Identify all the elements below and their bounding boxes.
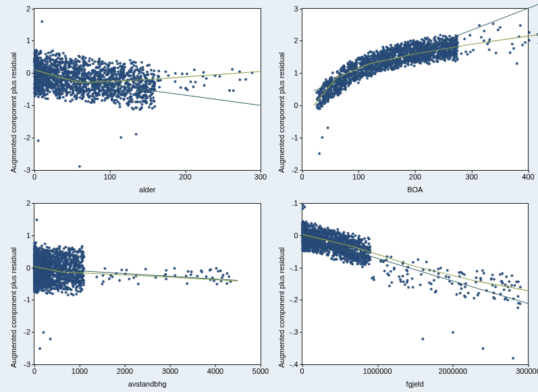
svg-point-4745 [77,251,80,254]
svg-point-4878 [50,277,53,280]
svg-point-3364 [486,43,489,45]
svg-point-1538 [53,72,56,75]
svg-point-6128 [358,254,361,256]
svg-point-6208 [305,250,308,252]
svg-point-3361 [519,24,522,27]
svg-point-6327 [367,257,369,260]
svg-point-291 [89,95,92,98]
svg-point-99 [117,71,119,74]
svg-point-6341 [502,288,505,291]
svg-point-3040 [322,88,325,90]
svg-point-4913 [43,254,45,257]
svg-point-2950 [393,48,396,51]
svg-point-4120 [71,248,74,250]
svg-point-73 [34,95,36,98]
svg-point-1292 [138,86,141,89]
svg-point-4589 [65,258,68,260]
svg-point-6447 [390,281,393,283]
svg-point-4453 [45,291,48,294]
svg-point-4865 [82,283,85,286]
svg-point-3154 [375,68,377,71]
svg-point-3055 [344,69,347,72]
svg-point-1508 [34,53,37,56]
svg-point-1291 [136,101,139,103]
svg-point-2259 [331,72,334,74]
svg-point-3283 [392,68,395,71]
svg-point-6195 [326,227,329,229]
svg-point-2489 [323,103,326,105]
svg-point-1090 [55,60,58,63]
svg-point-470 [138,72,140,75]
svg-point-6312 [302,229,305,232]
svg-point-5875 [367,242,370,245]
svg-point-3226 [333,89,336,92]
svg-point-4906 [33,285,36,287]
svg-point-4890 [63,277,66,279]
svg-point-2549 [353,80,356,82]
svg-point-1311 [65,88,68,91]
svg-point-4930 [81,277,84,280]
svg-point-3898 [56,247,59,250]
svg-point-1515 [34,59,37,61]
xtick: 100 [103,170,115,181]
svg-point-6240 [306,231,309,233]
svg-point-1414 [72,67,74,69]
svg-point-4928 [67,293,70,296]
svg-point-5018 [215,267,218,269]
svg-point-5007 [102,274,105,277]
svg-point-3277 [428,38,431,41]
svg-point-2301 [367,75,369,78]
svg-point-1592 [98,66,101,69]
svg-point-1600 [174,72,177,75]
svg-point-3045 [456,57,458,59]
ylabel: Augmented component plus residual [277,52,286,173]
svg-point-3216 [438,55,441,58]
svg-point-6333 [463,273,466,276]
svg-point-3323 [421,54,423,57]
svg-point-6345 [466,291,469,294]
svg-point-6417 [505,275,508,278]
svg-point-3429 [41,244,43,247]
svg-point-4513 [54,264,57,267]
svg-point-6393 [455,293,458,296]
xtick: 200 [179,170,191,181]
svg-point-1546 [145,77,148,80]
svg-point-1413 [63,88,65,91]
svg-point-4884 [34,279,36,282]
svg-point-1535 [89,79,92,82]
svg-point-5015 [165,269,167,271]
svg-point-6423 [450,282,453,285]
svg-point-4835 [40,272,43,275]
svg-point-6207 [304,225,307,228]
svg-point-1454 [72,88,75,91]
svg-point-1522 [86,75,89,78]
svg-point-1176 [51,49,54,52]
svg-point-1599 [61,68,63,71]
svg-point-6360 [517,302,520,304]
svg-point-3215 [398,65,401,67]
svg-point-5017 [196,275,198,277]
svg-point-4955 [42,259,45,262]
svg-point-1038 [110,73,113,76]
svg-point-1442 [149,80,151,82]
svg-point-1399 [35,80,38,82]
svg-point-3301 [440,51,443,53]
svg-point-6184 [315,229,317,231]
svg-point-4967 [38,263,41,266]
xtick: 300000 [516,364,538,375]
svg-point-6100 [365,241,367,244]
xtick: 3000 [162,364,178,375]
svg-point-3086 [429,59,432,61]
svg-point-4689 [75,254,78,256]
svg-point-138 [141,103,144,106]
svg-point-912 [130,67,132,70]
svg-point-3194 [416,59,419,62]
svg-point-1581 [104,92,107,94]
svg-point-1420 [136,69,138,72]
svg-point-1480 [62,84,65,87]
svg-point-4919 [74,281,76,284]
ylabel: Augmented component plus residual [277,247,286,368]
svg-point-1383 [80,67,82,70]
svg-point-3136 [433,61,435,63]
svg-point-6138 [309,242,312,244]
